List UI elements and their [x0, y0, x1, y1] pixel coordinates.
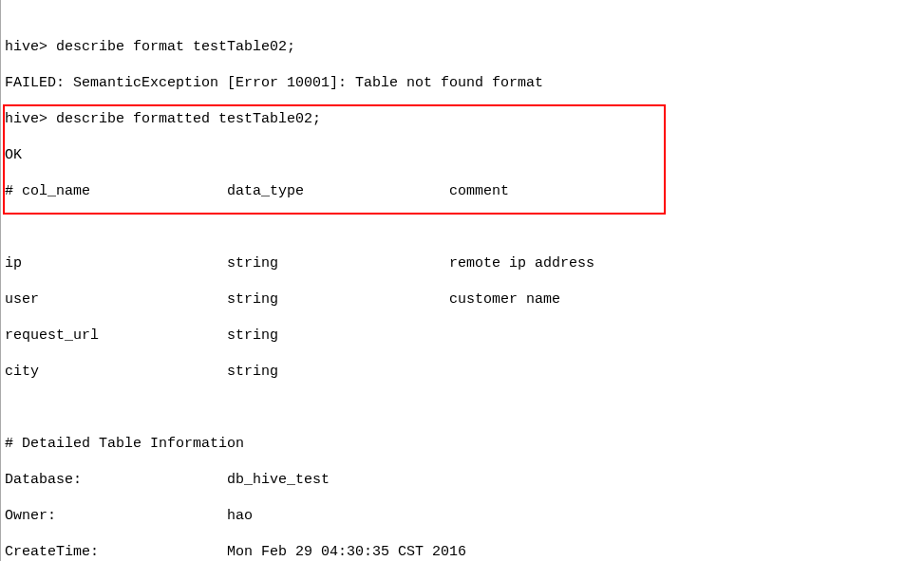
column-row: userstringcustomer name — [5, 290, 924, 309]
col-name: user — [5, 290, 227, 309]
command-text: describe formatted testTable02; — [56, 111, 321, 127]
col-type: string — [227, 327, 449, 345]
prompt: hive> — [5, 111, 56, 127]
kv-key: CreateTime: — [5, 543, 227, 561]
blank-line — [5, 218, 924, 236]
header-col-name: # col_name — [5, 182, 227, 200]
col-comment: remote ip address — [449, 254, 594, 272]
kv-row: CreateTime:Mon Feb 29 04:30:35 CST 2016 — [5, 543, 924, 561]
kv-key: Owner: — [5, 507, 227, 525]
prompt-line-2: hive> describe formatted testTable02; — [5, 110, 924, 128]
col-type: string — [227, 363, 449, 381]
col-name: request_url — [5, 327, 227, 345]
header-comment: comment — [449, 182, 509, 200]
blank-line — [5, 399, 924, 417]
columns-header: # col_namedata_typecomment — [5, 182, 924, 200]
header-data-type: data_type — [227, 182, 449, 200]
kv-val: Mon Feb 29 04:30:35 CST 2016 — [227, 544, 466, 560]
prompt-line-1: hive> describe format testTable02; — [5, 38, 924, 56]
ok-line: OK — [5, 146, 924, 164]
command-text: describe format testTable02; — [56, 39, 295, 55]
kv-row: Owner:hao — [5, 507, 924, 525]
section-detailed: # Detailed Table Information — [5, 435, 924, 453]
prompt: hive> — [5, 39, 56, 55]
col-name: ip — [5, 254, 227, 272]
column-row: request_urlstring — [5, 327, 924, 345]
kv-row: Database:db_hive_test — [5, 471, 924, 489]
kv-val: db_hive_test — [227, 472, 330, 488]
kv-key: Database: — [5, 471, 227, 489]
terminal-output[interactable]: hive> describe format testTable02; FAILE… — [0, 0, 924, 561]
error-line: FAILED: SemanticException [Error 10001]:… — [5, 74, 924, 92]
col-name: city — [5, 363, 227, 381]
kv-val: hao — [227, 508, 253, 524]
column-row: citystring — [5, 363, 924, 381]
col-comment: customer name — [449, 290, 560, 309]
col-type: string — [227, 290, 449, 309]
column-row: ipstringremote ip address — [5, 254, 924, 272]
col-type: string — [227, 254, 449, 272]
